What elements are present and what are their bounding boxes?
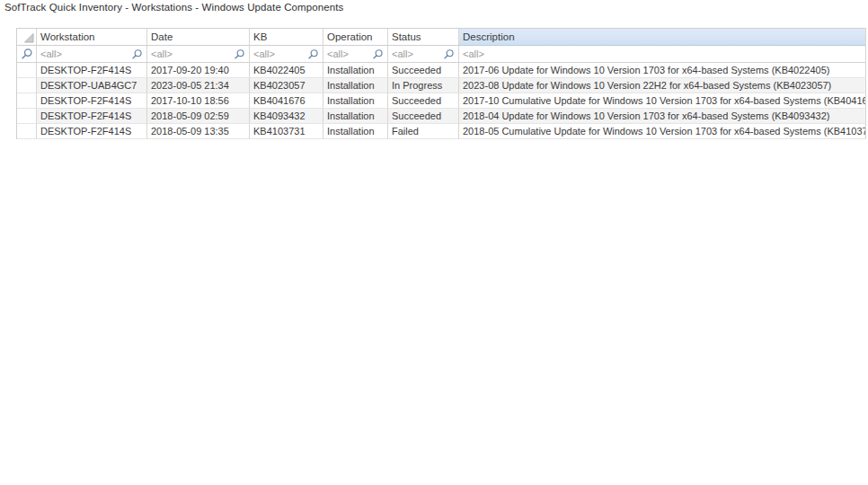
filter-input-status[interactable]: <all> <box>388 46 459 63</box>
corner-select-cell[interactable] <box>17 29 37 46</box>
cell-kb[interactable]: KB4022405 <box>250 63 323 78</box>
cell-description[interactable]: 2017-10 Cumulative Update for Windows 10… <box>459 93 866 109</box>
cell-description[interactable]: 2023-08 Update for Windows 10 Version 22… <box>459 78 866 93</box>
search-icon[interactable] <box>131 48 143 60</box>
cell-kb[interactable]: KB4023057 <box>250 78 323 93</box>
cell-date[interactable]: 2018-05-09 02:59 <box>147 109 250 124</box>
corner-resize-icon <box>23 32 34 43</box>
table-row[interactable]: DESKTOP-UAB4GC7 2023-09-05 21:34 KB40230… <box>17 78 866 93</box>
table-row[interactable]: DESKTOP-F2F414S 2018-05-09 02:59 KB40934… <box>17 109 866 124</box>
header-row: Workstation Date KB Operation Status Des… <box>17 29 866 46</box>
cell-workstation[interactable]: DESKTOP-UAB4GC7 <box>37 78 147 93</box>
row-indicator-cell[interactable] <box>17 109 37 124</box>
search-icon[interactable] <box>234 48 245 60</box>
filter-placeholder: <all> <box>40 48 131 59</box>
search-icon[interactable] <box>372 48 384 60</box>
cell-date[interactable]: 2017-10-10 18:56 <box>147 93 250 109</box>
cell-status[interactable]: Succeeded <box>388 109 459 124</box>
cell-description[interactable]: 2018-05 Cumulative Update for Windows 10… <box>459 124 866 139</box>
cell-operation[interactable]: Installation <box>323 93 388 109</box>
filter-input-workstation[interactable]: <all> <box>37 46 147 63</box>
cell-status[interactable]: Succeeded <box>388 93 459 109</box>
filter-input-description[interactable]: <all> <box>459 46 866 63</box>
column-header-workstation[interactable]: Workstation <box>37 29 147 46</box>
row-indicator-cell[interactable] <box>17 63 37 78</box>
filter-input-date[interactable]: <all> <box>147 46 250 63</box>
row-indicator-cell[interactable] <box>17 93 37 109</box>
table-row[interactable]: DESKTOP-F2F414S 2017-09-20 19:40 KB40224… <box>17 63 866 78</box>
column-header-description[interactable]: Description <box>459 29 866 46</box>
cell-operation[interactable]: Installation <box>323 124 388 139</box>
cell-status[interactable]: In Progress <box>388 78 459 93</box>
column-header-status[interactable]: Status <box>388 29 459 46</box>
filter-input-kb[interactable]: <all> <box>250 46 323 63</box>
cell-workstation[interactable]: DESKTOP-F2F414S <box>37 109 147 124</box>
column-header-kb[interactable]: KB <box>250 29 323 46</box>
cell-date[interactable]: 2018-05-09 13:35 <box>147 124 250 139</box>
cell-description[interactable]: 2017-06 Update for Windows 10 Version 17… <box>459 63 866 78</box>
cell-operation[interactable]: Installation <box>323 109 388 124</box>
search-icon[interactable] <box>443 48 455 60</box>
cell-workstation[interactable]: DESKTOP-F2F414S <box>37 93 147 109</box>
filter-placeholder: <all> <box>327 48 372 59</box>
cell-kb[interactable]: KB4103731 <box>250 124 323 139</box>
filter-input-operation[interactable]: <all> <box>323 46 388 63</box>
filter-row-indicator-cell[interactable] <box>17 46 37 63</box>
cell-operation[interactable]: Installation <box>323 78 388 93</box>
row-indicator-cell[interactable] <box>17 124 37 139</box>
cell-status[interactable]: Failed <box>388 124 459 139</box>
filter-placeholder: <all> <box>392 48 443 59</box>
filter-row: <all> <all> <all> <all> <box>17 46 866 63</box>
cell-date[interactable]: 2023-09-05 21:34 <box>147 78 250 93</box>
column-header-operation[interactable]: Operation <box>323 29 388 46</box>
cell-operation[interactable]: Installation <box>323 63 388 78</box>
column-header-date[interactable]: Date <box>147 29 250 46</box>
table-row[interactable]: DESKTOP-F2F414S 2018-05-09 13:35 KB41037… <box>17 124 866 139</box>
table-row[interactable]: DESKTOP-F2F414S 2017-10-10 18:56 KB40416… <box>17 93 866 109</box>
page-title: SofTrack Quick Inventory - Workstations … <box>4 2 343 13</box>
cell-workstation[interactable]: DESKTOP-F2F414S <box>37 63 147 78</box>
cell-description[interactable]: 2018-04 Update for Windows 10 Version 17… <box>459 109 866 124</box>
filter-placeholder: <all> <box>463 48 862 59</box>
row-indicator-cell[interactable] <box>17 78 37 93</box>
filter-placeholder: <all> <box>253 48 307 59</box>
cell-workstation[interactable]: DESKTOP-F2F414S <box>37 124 147 139</box>
cell-date[interactable]: 2017-09-20 19:40 <box>147 63 250 78</box>
search-icon <box>21 48 33 60</box>
cell-kb[interactable]: KB4041676 <box>250 93 323 109</box>
search-icon[interactable] <box>307 48 319 60</box>
cell-status[interactable]: Succeeded <box>388 63 459 78</box>
cell-kb[interactable]: KB4093432 <box>250 109 323 124</box>
filter-placeholder: <all> <box>151 48 234 59</box>
inventory-grid: Workstation Date KB Operation Status Des… <box>16 28 866 139</box>
